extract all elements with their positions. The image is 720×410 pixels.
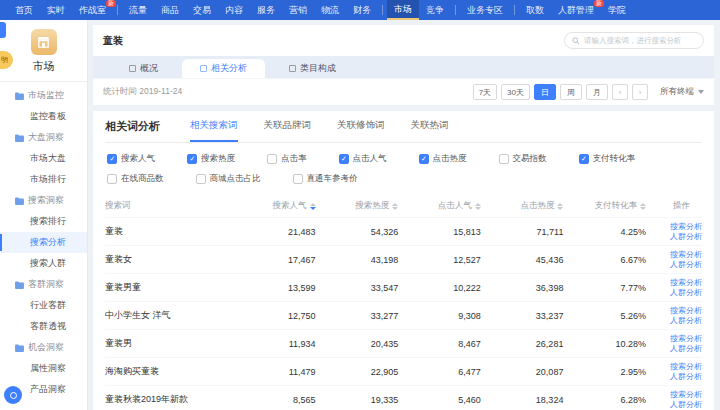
metric-checkbox-搜索人气[interactable]: 搜索人气 (107, 153, 155, 165)
nav-item-学院[interactable]: 学院 (601, 0, 633, 20)
metric-checkbox-支付转化率[interactable]: 支付转化率 (579, 153, 636, 165)
keyword-search-box[interactable] (564, 32, 704, 49)
tab-概况[interactable]: 概况 (111, 59, 176, 78)
value-cell: 10.28% (575, 339, 658, 349)
floating-assistant-button[interactable] (4, 386, 22, 404)
action-link-搜索分析[interactable]: 搜索分析 (658, 390, 702, 400)
terminal-dropdown[interactable]: 所有终端 (660, 86, 704, 98)
tab-相关分析[interactable]: 相关分析 (182, 59, 265, 78)
sidebar-item-客群透视[interactable]: 客群透视 (0, 316, 87, 337)
nav-item-业务专区[interactable]: 业务专区 (460, 0, 510, 20)
folder-icon (15, 92, 24, 100)
column-header-点击热度[interactable]: 点击热度 (493, 200, 576, 212)
action-link-人群分析[interactable]: 人群分析 (658, 260, 702, 270)
folder-icon (15, 134, 24, 142)
panel-tab-关联修饰词[interactable]: 关联修饰词 (337, 119, 385, 142)
metric-checkbox-点击热度[interactable]: 点击热度 (419, 153, 467, 165)
panel-tab-相关搜索词[interactable]: 相关搜索词 (190, 119, 238, 142)
nav-item-财务[interactable]: 财务 (346, 0, 378, 20)
sidebar-item-行业客群[interactable]: 行业客群 (0, 295, 87, 316)
nav-item-物流[interactable]: 物流 (314, 0, 346, 20)
nav-item-交易[interactable]: 交易 (186, 0, 218, 20)
date-button-月[interactable]: 月 (586, 84, 608, 100)
metric-checkbox-商城点击占比[interactable]: 商城点击占比 (196, 173, 261, 185)
checkbox-icon (187, 154, 197, 164)
column-header-搜索人气[interactable]: 搜索人气 (245, 200, 328, 212)
row-actions: 搜索分析人群分析 (658, 306, 702, 326)
nav-item-服务[interactable]: 服务 (250, 0, 282, 20)
sidebar-item-客群洞察[interactable]: 客群洞察 (0, 274, 87, 295)
column-header-label: 搜索人气 (273, 200, 307, 212)
action-link-人群分析[interactable]: 人群分析 (658, 372, 702, 382)
metric-checkbox-直通车参考价[interactable]: 直通车参考价 (293, 173, 358, 185)
metric-row-1: 搜索人气搜索热度点击率点击人气点击热度交易指数支付转化率 (107, 153, 700, 165)
row-actions: 搜索分析人群分析 (658, 362, 702, 382)
panel-tab-关联品牌词[interactable]: 关联品牌词 (264, 119, 312, 142)
action-link-搜索分析[interactable]: 搜索分析 (658, 250, 702, 260)
date-button-7天[interactable]: 7天 (473, 84, 497, 100)
column-header-搜索热度[interactable]: 搜索热度 (328, 200, 411, 212)
metric-checkbox-交易指数[interactable]: 交易指数 (499, 153, 547, 165)
table-row: 童装男童13,59933,54710,22236,3987.77%搜索分析人群分… (105, 273, 702, 301)
action-link-搜索分析[interactable]: 搜索分析 (658, 222, 702, 232)
action-link-搜索分析[interactable]: 搜索分析 (658, 278, 702, 288)
sidebar-item-大盘洞察[interactable]: 大盘洞察 (0, 127, 87, 148)
sidebar-item-市场排行[interactable]: 市场排行 (0, 169, 87, 190)
sidebar-item-市场大盘[interactable]: 市场大盘 (0, 148, 87, 169)
column-header-点击人气[interactable]: 点击人气 (410, 200, 493, 212)
keyword-title: 童装 (103, 34, 123, 48)
market-module-icon[interactable] (31, 29, 57, 55)
action-link-人群分析[interactable]: 人群分析 (658, 344, 702, 354)
nav-divider (514, 5, 515, 15)
nav-item-内容[interactable]: 内容 (218, 0, 250, 20)
nav-item-作战室[interactable]: 作战室新 (72, 0, 113, 20)
action-link-人群分析[interactable]: 人群分析 (658, 288, 702, 298)
nav-item-取数[interactable]: 取数 (519, 0, 551, 20)
module-label: 市场 (0, 59, 87, 74)
metric-checkbox-在线商品数[interactable]: 在线商品数 (107, 173, 164, 185)
date-button-日[interactable]: 日 (534, 84, 556, 100)
table-row: 童装男11,93420,4358,46726,28110.28%搜索分析人群分析 (105, 329, 702, 357)
search-input[interactable] (584, 36, 696, 45)
sidebar-item-机会洞察[interactable]: 机会洞察 (0, 337, 87, 358)
sidebar-item-搜索人群[interactable]: 搜索人群 (0, 253, 87, 274)
date-button-周[interactable]: 周 (560, 84, 582, 100)
nav-item-实时[interactable]: 实时 (40, 0, 72, 20)
metric-checkbox-点击人气[interactable]: 点击人气 (339, 153, 387, 165)
prev-page-button[interactable]: ‹ (612, 84, 628, 100)
nav-item-流量[interactable]: 流量 (122, 0, 154, 20)
nav-item-商品[interactable]: 商品 (154, 0, 186, 20)
sidebar-item-市场监控[interactable]: 市场监控 (0, 85, 87, 106)
sidebar-item-搜索分析[interactable]: 搜索分析 (0, 232, 87, 253)
floating-blue-tab[interactable] (0, 22, 6, 38)
action-link-搜索分析[interactable]: 搜索分析 (658, 334, 702, 344)
action-link-搜索分析[interactable]: 搜索分析 (658, 306, 702, 316)
nav-item-人群管理[interactable]: 人群管理新 (551, 0, 601, 20)
sidebar-item-搜索洞察[interactable]: 搜索洞察 (0, 190, 87, 211)
checkbox-icon (267, 154, 277, 164)
nav-item-竞争[interactable]: 竞争 (419, 0, 451, 20)
sidebar-item-属性洞察[interactable]: 属性洞察 (0, 358, 87, 379)
sidebar-item-监控看板[interactable]: 监控看板 (0, 106, 87, 127)
value-cell: 45,436 (493, 255, 576, 265)
tab-label: 概况 (140, 62, 158, 75)
table-row: 海淘购买童装11,47922,9056,47720,0872.95%搜索分析人群… (105, 357, 702, 385)
column-header-支付转化率[interactable]: 支付转化率 (575, 200, 658, 212)
nav-item-首页[interactable]: 首页 (8, 0, 40, 20)
related-words-table: 搜索词搜索人气搜索热度点击人气点击热度支付转化率操作 童装21,48354,32… (105, 195, 702, 410)
metric-checkbox-搜索热度[interactable]: 搜索热度 (187, 153, 235, 165)
panel-title: 相关词分析 (105, 119, 160, 142)
action-link-人群分析[interactable]: 人群分析 (658, 400, 702, 410)
nav-item-市场[interactable]: 市场 (387, 0, 419, 20)
action-link-人群分析[interactable]: 人群分析 (658, 232, 702, 242)
tab-类目构成[interactable]: 类目构成 (271, 59, 354, 78)
panel-tab-关联热词[interactable]: 关联热词 (411, 119, 449, 142)
date-button-30天[interactable]: 30天 (501, 84, 530, 100)
metric-checkbox-点击率[interactable]: 点击率 (267, 153, 307, 165)
action-link-搜索分析[interactable]: 搜索分析 (658, 362, 702, 372)
next-page-button[interactable]: › (632, 84, 648, 100)
sidebar-item-搜索排行[interactable]: 搜索排行 (0, 211, 87, 232)
nav-divider (382, 5, 383, 15)
action-link-人群分析[interactable]: 人群分析 (658, 316, 702, 326)
nav-item-营销[interactable]: 营销 (282, 0, 314, 20)
